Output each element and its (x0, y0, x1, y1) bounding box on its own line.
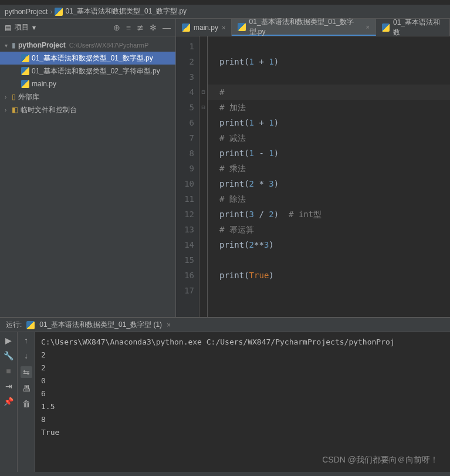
collapse-icon[interactable]: ≢ (137, 23, 144, 32)
code-line: # 加法 (219, 100, 450, 115)
tree-file[interactable]: 01_基本语法和数据类型_02_字符串型.py (0, 65, 175, 77)
output-line: True (41, 426, 444, 439)
output-line: 8 (41, 413, 444, 426)
fold-icon[interactable]: ⊟ (199, 85, 207, 100)
tab-label: 01_基本语法和数据类型_01_数字型.py (249, 17, 363, 37)
code-line: # 幂运算 (219, 222, 450, 237)
trash-icon[interactable]: 🗑 (22, 399, 31, 409)
tree-root[interactable]: ▾ ▮ pythonProject C:\Users\WX847\Pycharm… (0, 39, 175, 52)
python-icon (21, 80, 29, 88)
line-num: 1 (176, 39, 194, 54)
python-icon (55, 8, 63, 16)
code-line (219, 69, 450, 85)
tree-file[interactable]: main.py (0, 77, 175, 90)
run-header: 运行: 01_基本语法和数据类型_01_数字型 (1) × (0, 318, 450, 332)
file-label: 01_基本语法和数据类型_01_数字型.py (32, 53, 153, 63)
line-num: 12 (176, 207, 194, 222)
python-icon (21, 54, 29, 62)
print-icon[interactable]: 🖶 (22, 384, 31, 393)
code-line: # 减法 (219, 130, 450, 146)
line-num: 8 (176, 146, 194, 161)
project-title[interactable]: 项目 (15, 22, 29, 32)
output-line: 2 (41, 349, 444, 362)
editor-body[interactable]: 1 2 3 4 5 6 7 8 9 10 11 12 13 14 15 16 1… (176, 36, 450, 317)
library-icon: ▯ (12, 93, 16, 101)
line-num: 16 (176, 268, 194, 283)
code-content[interactable]: print(1 + 1) # # 加法 print(1 + 1) # 减法 pr… (208, 36, 450, 317)
line-gutter: 1 2 3 4 5 6 7 8 9 10 11 12 13 14 15 16 1… (176, 36, 199, 317)
locate-icon[interactable]: ⊕ (113, 23, 120, 32)
line-num: 2 (176, 54, 194, 69)
breadcrumb-sep: › (50, 8, 52, 16)
output-line: 0 (41, 374, 444, 387)
python-icon (182, 23, 190, 32)
run-panel: 运行: 01_基本语法和数据类型_01_数字型 (1) × ▶ 🔧 ■ ⇥ 📌 … (0, 317, 450, 472)
ext-lib-label: 外部库 (18, 92, 39, 102)
run-toolbar-2: ↑ ↓ ⇆ 🖶 🗑 (18, 332, 35, 472)
fold-icon[interactable]: ⊟ (199, 100, 207, 115)
code-line: print(2**3) (219, 237, 450, 252)
output-line: C:\Users\WX847\Anaconda3\python.exe C:/U… (41, 336, 444, 349)
close-icon[interactable]: × (167, 321, 171, 329)
pin-icon[interactable]: 📌 (4, 397, 13, 406)
softwrap-icon[interactable]: ⇆ (21, 366, 32, 378)
file-label: 01_基本语法和数据类型_02_字符串型.py (32, 66, 160, 76)
code-line: print(1 + 1) (219, 115, 450, 130)
line-num: 14 (176, 237, 194, 252)
line-num: 11 (176, 191, 194, 207)
line-num: 4 (176, 85, 194, 100)
python-icon (382, 23, 390, 32)
run-toolbar-1: ▶ 🔧 ■ ⇥ 📌 (0, 332, 18, 472)
wrench-icon[interactable]: 🔧 (4, 351, 13, 360)
project-tree: ▾ ▮ pythonProject C:\Users\WX847\Pycharm… (0, 36, 175, 119)
run-label: 运行: (6, 320, 22, 330)
tree-file[interactable]: 01_基本语法和数据类型_01_数字型.py (0, 52, 175, 65)
breadcrumb-file[interactable]: 01_基本语法和数据类型_01_数字型.py (65, 6, 187, 16)
python-icon (238, 23, 245, 31)
chevron-right-icon[interactable]: › (5, 94, 12, 100)
line-num: 3 (176, 69, 194, 85)
breadcrumb: pythonProject › 01_基本语法和数据类型_01_数字型.py (0, 5, 450, 19)
run-config-name[interactable]: 01_基本语法和数据类型_01_数字型 (1) (39, 320, 162, 330)
line-num: 9 (176, 161, 194, 176)
line-num: 5 (176, 100, 194, 115)
chevron-right-icon[interactable]: › (5, 107, 12, 113)
tree-ext-lib[interactable]: › ▯ 外部库 (0, 90, 175, 103)
close-icon[interactable]: × (222, 24, 225, 31)
chevron-down-icon[interactable]: ▾ (5, 42, 12, 49)
tab-active-file[interactable]: 01_基本语法和数据类型_01_数字型.py × (232, 19, 375, 36)
line-num: 13 (176, 222, 194, 237)
scratches-label: 临时文件和控制台 (21, 105, 77, 115)
code-line (219, 39, 450, 54)
down-icon[interactable]: ↓ (24, 351, 28, 360)
hide-icon[interactable]: — (163, 23, 171, 32)
settings-icon[interactable]: ✻ (150, 23, 157, 32)
dropdown-icon[interactable]: ▾ (32, 23, 36, 32)
code-line: print(1 + 1) (219, 54, 450, 69)
line-num: 10 (176, 176, 194, 191)
output-line: 6 (41, 387, 444, 400)
root-name: pythonProject (18, 41, 66, 49)
tab-label: main.py (194, 23, 218, 32)
tab-other[interactable]: 01_基本语法和数 (376, 19, 450, 36)
layout-icon[interactable]: ⇥ (5, 382, 12, 391)
rerun-icon[interactable]: ▶ (5, 336, 12, 345)
code-line: # 乘法 (219, 161, 450, 176)
code-line: # 除法 (219, 191, 450, 207)
run-output[interactable]: C:\Users\WX847\Anaconda3\python.exe C:/U… (35, 332, 450, 472)
code-line: print(3 / 2) # int型 (219, 207, 450, 222)
title-bar-stub (0, 0, 450, 5)
file-label: main.py (32, 80, 56, 88)
expand-icon[interactable]: ≡ (126, 23, 131, 32)
project-panel-header: ▤ 项目 ▾ ⊕ ≡ ≢ ✻ — (0, 19, 175, 36)
close-icon[interactable]: × (366, 23, 369, 31)
editor-tabs: main.py × 01_基本语法和数据类型_01_数字型.py × 01_基本… (176, 19, 450, 36)
tree-scratches[interactable]: › ◧ 临时文件和控制台 (0, 103, 175, 116)
output-line: 2 (41, 362, 444, 374)
output-line: 1.5 (41, 400, 444, 413)
up-icon[interactable]: ↑ (24, 336, 28, 345)
breadcrumb-root[interactable]: pythonProject (5, 8, 48, 16)
stop-icon[interactable]: ■ (6, 366, 11, 376)
line-num: 17 (176, 283, 194, 298)
tab-main[interactable]: main.py × (176, 19, 232, 36)
